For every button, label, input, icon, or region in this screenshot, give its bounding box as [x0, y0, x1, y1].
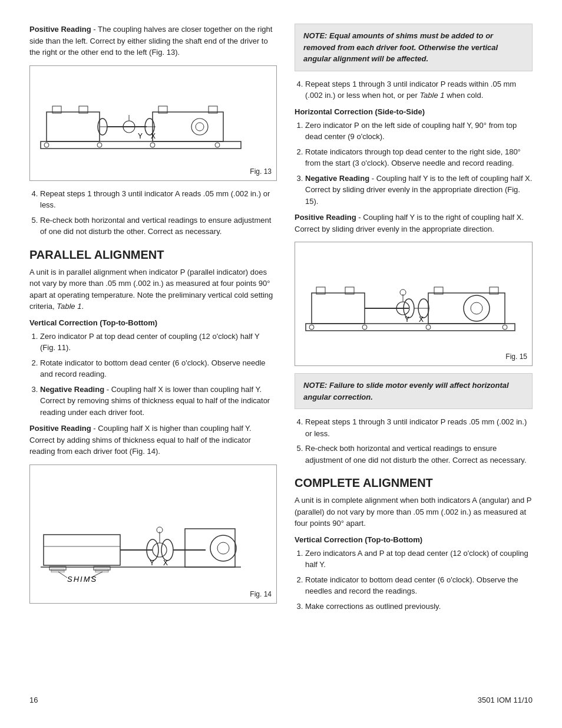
- complete-alignment-heading: COMPLETE ALIGNMENT: [295, 476, 533, 490]
- figure-14-svg: Y X SHIMS: [35, 470, 247, 588]
- svg-point-21: [215, 143, 220, 147]
- steps-4-5-parallel-h: Repeat steps 1 through 3 until indicator…: [305, 416, 533, 466]
- figure-15-svg: Y X: [300, 247, 524, 350]
- svg-text:X: X: [419, 315, 424, 324]
- figure-14-box: Y X SHIMS Fig. 14: [29, 465, 277, 604]
- steps-4-5-angular: Repeat steps 1 through 3 until indicator…: [40, 188, 277, 238]
- vertical-correction-heading2: Vertical Correction (Top-to-Bottom): [295, 535, 533, 544]
- svg-point-67: [503, 325, 507, 330]
- svg-point-18: [44, 143, 49, 147]
- h-step-3: Negative Reading - Coupling half Y is to…: [305, 173, 533, 207]
- page: Positive Reading - The coupling halves a…: [0, 0, 562, 728]
- page-footer: 16 3501 IOM 11/10: [29, 696, 533, 704]
- complete-intro: A unit is in complete alignment when bot…: [295, 495, 533, 529]
- svg-point-15: [196, 123, 204, 131]
- svg-point-60: [464, 295, 490, 321]
- v-step-2: Rotate indicator to bottom dead center (…: [40, 357, 277, 380]
- svg-rect-11: [153, 112, 223, 141]
- svg-rect-39: [51, 571, 64, 572]
- v-step-3: Negative Reading - Coupling half X is lo…: [40, 384, 277, 419]
- c-step-2: Rotate indicator to bottom dead center (…: [305, 574, 533, 597]
- svg-point-31: [217, 542, 229, 554]
- figure-13-svg: Y X: [35, 71, 247, 165]
- positive-reading-intro: Positive Reading - The coupling halves a…: [29, 24, 277, 58]
- complete-steps-list: Zero indicators A and P at top dead cent…: [305, 548, 533, 612]
- fig13-caption: Fig. 13: [35, 167, 272, 176]
- svg-text:Y: Y: [150, 559, 154, 567]
- note-box-shims: NOTE: Equal amounts of shims must be add…: [295, 24, 533, 71]
- step-4-c: Repeat steps 1 through 3 until indicator…: [305, 416, 533, 439]
- page-number: 16: [29, 696, 38, 704]
- positive-reading-h: Positive Reading - Coupling half Y is to…: [295, 212, 533, 235]
- svg-text:Y: Y: [138, 132, 143, 140]
- parallel-alignment-heading: PARALLEL ALIGNMENT: [29, 248, 277, 262]
- svg-rect-1: [47, 112, 100, 141]
- svg-rect-23: [44, 535, 120, 565]
- svg-text:X: X: [163, 559, 168, 567]
- step-4-angular: Repeat steps 1 through 3 until indicator…: [40, 188, 277, 211]
- svg-text:X: X: [151, 132, 156, 140]
- fig15-caption: Fig. 15: [300, 353, 527, 361]
- svg-line-44: [58, 572, 67, 578]
- step-5-angular: Re-check both horizontal and vertical re…: [40, 215, 277, 238]
- doc-reference: 3501 IOM 11/10: [478, 696, 533, 704]
- vertical-steps-list: Zero indicator P at top dead center of c…: [40, 331, 277, 419]
- negative-reading-label-v: Negative Reading: [40, 385, 104, 394]
- note-box-slide: NOTE: Failure to slide motor evenly will…: [295, 373, 533, 409]
- negative-reading-label-h: Negative Reading: [305, 174, 369, 183]
- step-4-b: Repeat steps 1 through 3 until indicator…: [305, 78, 533, 101]
- svg-text:Y: Y: [405, 315, 409, 324]
- positive-reading-label-v: Positive Reading: [29, 424, 91, 433]
- fig14-caption: Fig. 14: [35, 590, 272, 598]
- figure-15-box: Y X Fig. 15: [295, 242, 533, 366]
- right-column: NOTE: Equal amounts of shims must be add…: [295, 24, 533, 684]
- positive-reading-label: Positive Reading: [29, 25, 91, 34]
- svg-point-32: [153, 543, 167, 557]
- table1-ref-left: Table 1: [57, 302, 81, 311]
- svg-point-65: [362, 325, 367, 330]
- horizontal-correction-heading: Horizontal Correction (Side-to-Side): [295, 107, 533, 116]
- svg-point-19: [97, 143, 102, 147]
- svg-point-30: [210, 535, 236, 561]
- svg-rect-0: [41, 141, 241, 149]
- step-4-parallel: Repeat steps 1 through 3 until indicator…: [305, 78, 533, 101]
- vertical-correction-heading: Vertical Correction (Top-to-Bottom): [29, 318, 277, 327]
- positive-reading-v: Positive Reading - Coupling half X is hi…: [29, 423, 277, 457]
- two-column-layout: Positive Reading - The coupling halves a…: [29, 24, 533, 684]
- positive-reading-label-h: Positive Reading: [295, 213, 356, 222]
- svg-point-61: [471, 302, 482, 314]
- svg-point-64: [309, 325, 314, 330]
- svg-point-20: [150, 143, 155, 147]
- svg-rect-46: [306, 324, 515, 331]
- table1-ref-right: Table 1: [419, 91, 444, 100]
- svg-point-27: [161, 539, 173, 561]
- h-step-1: Zero indicator P on the left side of cou…: [305, 120, 533, 143]
- parallel-intro: A unit is in parallel alignment when ind…: [29, 266, 277, 312]
- h-step-2: Rotate indicators through top dead cente…: [305, 146, 533, 169]
- svg-point-66: [426, 325, 431, 330]
- svg-rect-47: [312, 293, 365, 324]
- figure-13-box: Y X Fig. 13: [29, 65, 277, 181]
- horizontal-steps-list: Zero indicator P on the left side of cou…: [305, 120, 533, 207]
- c-step-3: Make corrections as outlined previously.: [305, 601, 533, 612]
- c-step-1: Zero indicators A and P at top dead cent…: [305, 548, 533, 571]
- svg-text:SHIMS: SHIMS: [67, 575, 97, 584]
- svg-rect-57: [428, 293, 505, 324]
- svg-point-14: [191, 118, 208, 135]
- left-column: Positive Reading - The coupling halves a…: [29, 24, 277, 684]
- v-step-1: Zero indicator P at top dead center of c…: [40, 331, 277, 354]
- step-5-c: Re-check both horizontal and vertical re…: [305, 443, 533, 466]
